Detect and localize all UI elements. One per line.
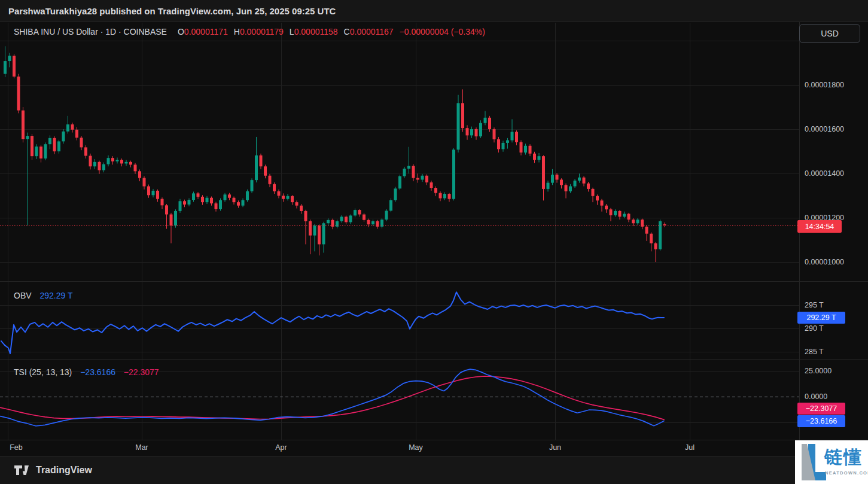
obv-panel-separator[interactable] (0, 281, 868, 282)
obv-axis-label: 285 T (805, 347, 824, 357)
tsi-axis-label: 25.0000 (805, 366, 832, 376)
time-axis-separator (0, 440, 868, 440)
bar-countdown-value: 14:34:54 (805, 223, 835, 231)
symbol-legend[interactable]: SHIBA INU / US Dollar · 1D · COINBASEO0.… (14, 27, 485, 36)
open-value: 0.00001171 (184, 27, 228, 36)
tsi-axis-label: 0.0000 (805, 392, 827, 401)
close-label: C (344, 27, 350, 36)
obv-value: 292.29 T (39, 291, 72, 300)
close-value: 0.00001167 (350, 27, 394, 36)
obv-axis-label: 295 T (805, 300, 824, 310)
tsi-legend[interactable]: TSI (25, 13, 13) −23.6166 −22.3077 (14, 367, 159, 377)
currency-usd-label: USD (821, 29, 839, 38)
published-title: ParshwaTurakhiya28 published on TradingV… (8, 6, 336, 16)
low-value: 0.00001158 (294, 27, 338, 36)
high-label: H (234, 27, 240, 36)
obv-last-value: 292.29 T (806, 313, 836, 322)
neatdown-logo-icon (800, 443, 826, 481)
tsi-signal-badge: −22.3077 (797, 403, 845, 415)
chart-plot-area[interactable] (0, 22, 799, 456)
obv-legend[interactable]: OBV 292.29 T (14, 291, 72, 300)
watermark-cjk-text: 链懂 (824, 445, 863, 470)
chart-canvas[interactable] (0, 22, 799, 456)
tsi-signal-last-value: −22.3077 (806, 404, 837, 413)
price-axis-label: 0.00001800 (805, 80, 844, 90)
tsi-signal-value: −22.3077 (124, 367, 159, 377)
price-axis-label: 0.00001600 (805, 124, 844, 134)
high-value: 0.00001179 (240, 27, 284, 36)
symbol-title: SHIBA INU / US Dollar · 1D · COINBASE (14, 27, 167, 36)
candlesticks (4, 46, 666, 262)
obv-label: OBV (14, 291, 32, 300)
low-label: L (290, 27, 294, 36)
tsi-last-value-badge: −23.6166 (797, 415, 845, 427)
price-axis-label: 0.00001000 (805, 257, 844, 267)
tsi-last-value: −23.6166 (806, 417, 837, 425)
open-label: O (178, 27, 184, 36)
watermark-domain-text: NEATDOWN.COM (825, 470, 868, 476)
tradingview-logo-icon[interactable] (14, 465, 31, 475)
price-axis-separator (799, 22, 800, 456)
site-watermark[interactable]: 链懂 NEATDOWN.COM (795, 440, 868, 484)
tsi-panel-separator[interactable] (0, 359, 868, 360)
tradingview-brand[interactable]: TradingView (36, 465, 92, 476)
price-axis-label: 0.00001400 (805, 169, 844, 178)
obv-last-value-badge: 292.29 T (797, 312, 845, 324)
tsi-label: TSI (25, 13, 13) (14, 367, 72, 377)
change-value: −0.00000004 (−0.34%) (400, 27, 485, 36)
footer-bar: TradingView (0, 456, 868, 484)
currency-usd-button[interactable]: USD (799, 24, 860, 43)
bar-countdown-badge: 14:34:54 (797, 220, 842, 233)
top-bar: ParshwaTurakhiya28 published on TradingV… (0, 0, 868, 22)
obv-axis-label: 290 T (805, 324, 824, 333)
tsi-value: −23.6166 (80, 367, 115, 377)
